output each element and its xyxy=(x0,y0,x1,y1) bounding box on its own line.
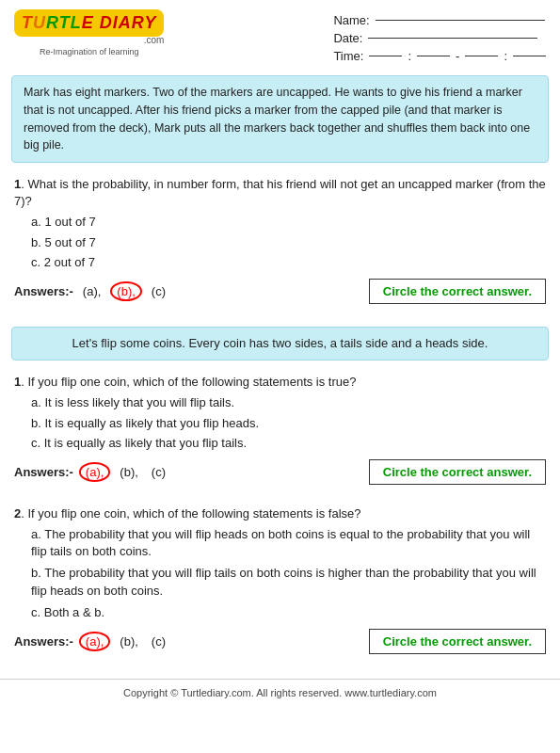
q1-options: a. 1 out of 7 b. 5 out of 7 c. 2 out of … xyxy=(31,214,546,271)
s2q2-options: a. The probability that you will flip he… xyxy=(31,526,546,621)
s2q2-circle-box: Circle the correct answer. xyxy=(369,629,546,654)
q1-answer-a: (a), xyxy=(79,283,105,299)
time-blank1 xyxy=(369,56,402,56)
header: TURTLE DIARY .com Re-Imagination of lear… xyxy=(0,0,560,68)
time-colon2: : xyxy=(504,49,507,63)
s2q1-text: If you flip one coin, which of the follo… xyxy=(27,375,356,389)
time-blank4 xyxy=(513,56,546,56)
s2q1-opt-c-label: c. xyxy=(31,436,44,450)
s2q2-opt-c-label: c. xyxy=(31,605,44,619)
s2q2-option-b: b. The probability that you will flip ta… xyxy=(31,565,546,599)
date-label: Date: xyxy=(333,31,362,45)
date-line xyxy=(368,38,537,39)
name-row: Name: xyxy=(333,13,546,27)
s2q2-answer-a-circled: (a), xyxy=(79,632,111,651)
time-colon1: : xyxy=(408,49,411,63)
q1-answer-b-circled: (b), xyxy=(110,281,142,301)
s2q1-answer-a-circled: (a), xyxy=(79,462,111,482)
s2q1-full: 1. If you flip one coin, which of the fo… xyxy=(14,374,546,391)
s2q1-opt-b-text: It is equally as likely that you flip he… xyxy=(44,416,259,430)
q1-text: What is the probability, in number form,… xyxy=(14,177,546,208)
time-blank2 xyxy=(417,56,450,56)
section2-context: Let's flip some coins. Every coin has tw… xyxy=(11,327,549,360)
name-line xyxy=(376,20,545,21)
q1-answer-c: (c) xyxy=(148,283,169,299)
s2q2-opt-b-label: b. xyxy=(31,566,44,580)
footer: Copyright © Turtlediary.com. All rights … xyxy=(0,679,560,706)
time-blank3 xyxy=(465,56,498,56)
s2q2-opt-c-text: Both a & b. xyxy=(44,605,104,619)
section1-question: 1. What is the probability, in number fo… xyxy=(0,170,560,319)
s2q2-answers-label: Answers:- xyxy=(14,634,73,649)
logo-com: .com xyxy=(144,35,165,45)
q1-opt-b-label: b. xyxy=(31,235,44,249)
q1-opt-b-text: 5 out of 7 xyxy=(44,235,95,249)
s2q2-answers-row: Answers:- (a), (b), (c) Circle the corre… xyxy=(14,629,546,654)
s2q1-answer-c: (c) xyxy=(148,464,169,480)
s2q2-option-c: c. Both a & b. xyxy=(31,604,546,621)
q1-opt-c-text: 2 out of 7 xyxy=(44,255,95,269)
q1-option-b: b. 5 out of 7 xyxy=(31,234,546,251)
logo-area: TURTLE DIARY .com Re-Imagination of lear… xyxy=(14,9,164,56)
s2q1-option-a: a. It is less likely that you will flip … xyxy=(31,394,546,411)
logo-tagline: Re-Imagination of learning xyxy=(40,47,139,56)
name-label: Name: xyxy=(333,13,369,27)
logo: TURTLE DIARY xyxy=(14,9,164,37)
s2q2-answer-b: (b), xyxy=(116,633,142,649)
q1-opt-a-text: 1 out of 7 xyxy=(44,215,95,229)
s2q2-option-a: a. The probability that you will flip he… xyxy=(31,526,546,560)
s2q1-options: a. It is less likely that you will flip … xyxy=(31,394,546,452)
q1-opt-c-label: c. xyxy=(31,255,44,269)
date-row: Date: xyxy=(333,31,546,45)
s2q1-answer-b: (b), xyxy=(116,464,142,480)
s2q1-answers-row: Answers:- (a), (b), (c) Circle the corre… xyxy=(14,459,546,485)
s2q1-option-c: c. It is equally as likely that you flip… xyxy=(31,435,546,452)
s2q2-opt-a-label: a. xyxy=(31,527,44,541)
time-label: Time: xyxy=(333,49,363,63)
time-dash: - xyxy=(456,49,459,63)
s2q1-opt-b-label: b. xyxy=(31,416,44,430)
s2q1-opt-c-text: It is equally as likely that you flip ta… xyxy=(44,436,247,450)
section1-context: Mark has eight markers. Two of the marke… xyxy=(11,75,549,163)
q1-circle-box: Circle the correct answer. xyxy=(369,279,546,304)
s2q1-option-b: b. It is equally as likely that you flip… xyxy=(31,415,546,432)
s2q1-circle-box: Circle the correct answer. xyxy=(369,459,546,485)
s2q2-full: 2. If you flip one coin, which of the fo… xyxy=(14,505,546,522)
name-fields: Name: Date: Time: : - : xyxy=(333,9,546,63)
q1-option-a: a. 1 out of 7 xyxy=(31,214,546,231)
s2q2-text: If you flip one coin, which of the follo… xyxy=(27,506,360,521)
s2q1-opt-a-text: It is less likely that you will flip tai… xyxy=(44,395,234,409)
section2-q2: 2. If you flip one coin, which of the fo… xyxy=(0,500,560,669)
s2q1-answers-label: Answers:- xyxy=(14,465,73,479)
s2q1-opt-a-label: a. xyxy=(31,395,44,409)
q1-answers-row: Answers:- (a), (b), (c) Circle the corre… xyxy=(14,279,546,304)
section2-q1: 1. If you flip one coin, which of the fo… xyxy=(0,368,560,500)
time-row: Time: : - : xyxy=(333,49,546,63)
q1-opt-a-label: a. xyxy=(31,215,44,229)
q1-answers-label: Answers:- xyxy=(14,284,73,298)
q1-option-c: c. 2 out of 7 xyxy=(31,254,546,271)
question1-full: 1. What is the probability, in number fo… xyxy=(14,176,546,210)
s2q2-opt-b-text: The probability that you will flip tails… xyxy=(31,566,536,597)
s2q2-opt-a-text: The probability that you will flip heads… xyxy=(31,527,530,558)
s2q2-answer-c: (c) xyxy=(148,633,169,649)
footer-text: Copyright © Turtlediary.com. All rights … xyxy=(123,687,437,698)
